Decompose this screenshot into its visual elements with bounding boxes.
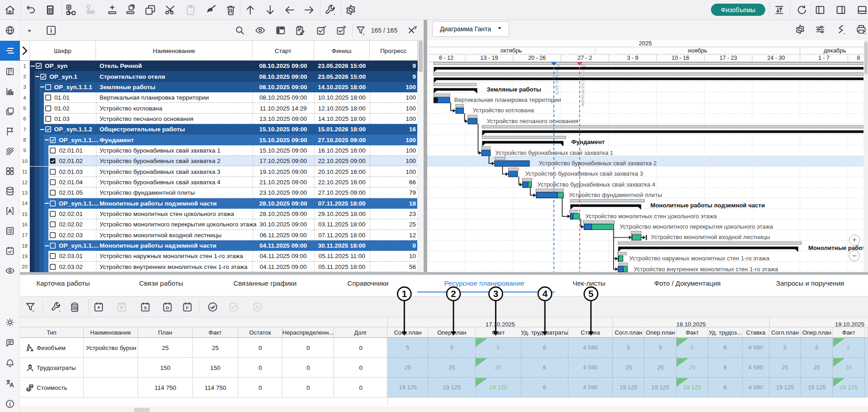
svg-text:Фундамент: Фундамент — [571, 139, 605, 145]
svg-text:13 - 19: 13 - 19 — [480, 55, 498, 61]
svg-text:Устройство внутренних монолитн: Устройство внутренних монолитных стен 1-… — [634, 266, 778, 272]
svg-text:D: D — [166, 305, 169, 310]
svg-text:20 - 26: 20 - 26 — [528, 55, 546, 61]
svg-text:Вертикальная планировка террит: Вертикальная планировка территории — [454, 96, 561, 103]
svg-text:Дата актуализации: Дата актуализации — [580, 64, 585, 106]
svg-text:Устройство буронабивных свай з: Устройство буронабивных свай захватка 3 — [525, 170, 643, 177]
svg-text:Монолитные работы подземной ча: Монолитные работы подземной части — [650, 202, 765, 209]
svg-text:ноябрь: ноябрь — [687, 47, 707, 54]
svg-text:3 - 9: 3 - 9 — [627, 55, 638, 61]
svg-text:декабрь: декабрь — [824, 47, 846, 54]
svg-text:октябрь: октябрь — [500, 47, 522, 54]
svg-text:10 - 16: 10 - 16 — [672, 55, 689, 61]
svg-text:Устройство котлована: Устройство котлована — [472, 107, 534, 114]
svg-text:17 - 23: 17 - 23 — [719, 55, 737, 61]
svg-text:Устройство монолитной входной: Устройство монолитной входной лестницы — [651, 234, 770, 241]
svg-text:F: F — [186, 305, 189, 310]
svg-text:6 - 12: 6 - 12 — [439, 55, 453, 61]
svg-text:Устройство буронабивных свай з: Устройство буронабивных свай захватка 4 — [537, 181, 655, 188]
svg-text:Устройство монолитных стен цок: Устройство монолитных стен цокольного эт… — [585, 213, 717, 220]
svg-text:S: S — [144, 305, 147, 310]
svg-text:Устройство наружных монолитных: Устройство наружных монолитных стен 1-го… — [629, 255, 769, 262]
svg-text:24 - 30: 24 - 30 — [767, 55, 785, 61]
svg-text:Земляные работы: Земляные работы — [486, 86, 541, 93]
svg-text:2025: 2025 — [639, 40, 652, 47]
svg-text:Устройство песчаного основания: Устройство песчаного основания — [486, 118, 578, 125]
svg-text:27 - 2: 27 - 2 — [577, 55, 592, 61]
svg-text:8: 8 — [857, 55, 860, 61]
svg-text:Устройство буронабивных свай з: Устройство буронабивных свай захватка 1 — [495, 149, 613, 156]
svg-text:Устройство буронабивных свай з: Устройство буронабивных свай захватка 2 — [539, 160, 657, 167]
svg-text:Устройство фундаментной плиты: Устройство фундаментной плиты — [569, 192, 662, 198]
svg-text:Устройство монолитного перекры: Устройство монолитного перекрытия цоколь… — [620, 223, 773, 230]
svg-text:1 - 7: 1 - 7 — [818, 55, 829, 61]
